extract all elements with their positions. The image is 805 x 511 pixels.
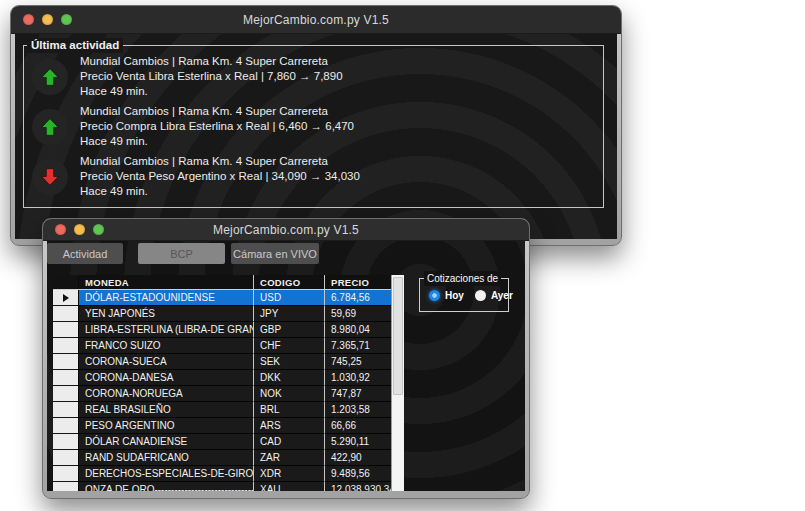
table-cell[interactable]: DKK <box>253 370 324 386</box>
table-cell[interactable]: CHF <box>253 338 324 354</box>
table-row[interactable]: RAND SUDAFRICANOZAR422,90 <box>53 450 391 466</box>
tab-bcp[interactable]: BCP <box>138 243 225 264</box>
table-cell[interactable]: REAL BRASILEÑO <box>78 402 253 418</box>
radio-button[interactable] <box>429 290 440 301</box>
trend-circle <box>32 109 68 145</box>
table-cell[interactable]: LIBRA-ESTERLINA (LIBRA-DE GRAN-BRETAÑA).… <box>78 322 253 338</box>
table-cell[interactable]: 422,90 <box>324 450 391 466</box>
row-selector[interactable] <box>53 306 78 322</box>
groupbox-label: Cotizaciones de <box>424 271 501 286</box>
column-header-moneda[interactable]: MONEDA <box>78 275 253 289</box>
table-cell[interactable]: DÓLAR CANADIENSE <box>78 434 253 450</box>
currency-table-body: DÓLAR-ESTADOUNIDENSEUSD6.784,56YEN JAPON… <box>53 290 391 491</box>
table-row[interactable]: CORONA-NORUEGANOK747,87 <box>53 386 391 402</box>
table-cell[interactable]: FRANCO SUIZO <box>78 338 253 354</box>
table-vertical-scrollbar[interactable] <box>391 275 404 491</box>
arrow-up-icon <box>39 66 61 88</box>
activity-window-content: Última actividad Mundial Cambios | Rama … <box>15 34 617 239</box>
table-cell[interactable]: 6.784,56 <box>324 290 391 306</box>
column-header-codigo[interactable]: CODIGO <box>253 275 324 289</box>
tab-actividad[interactable]: Actividad <box>47 243 123 264</box>
table-cell[interactable]: CAD <box>253 434 324 450</box>
title-bar[interactable]: MejorCambio.com.py V1.5 <box>11 6 621 34</box>
activity-item: Mundial Cambios | Rama Km. 4 Super Carre… <box>32 104 603 149</box>
row-selector[interactable] <box>53 434 78 450</box>
rates-window: MejorCambio.com.py V1.5 Actividad BCP Cá… <box>42 218 530 499</box>
table-cell[interactable]: DÓLAR-ESTADOUNIDENSE <box>78 290 253 306</box>
table-row[interactable]: ONZA DE ORO-----------------------------… <box>53 482 391 491</box>
quotes-radio-group: Hoy Ayer <box>429 290 513 301</box>
activity-source: Mundial Cambios | Rama Km. 4 Super Carre… <box>80 154 360 169</box>
rates-window-content: Actividad BCP Cámara en VIVO MONEDA CODI… <box>47 241 525 491</box>
table-cell[interactable]: 1.203,58 <box>324 402 391 418</box>
table-cell[interactable]: ARS <box>253 418 324 434</box>
table-cell[interactable]: 59,69 <box>324 306 391 322</box>
table-header-row: MONEDA CODIGO PRECIO <box>53 275 391 290</box>
row-selector[interactable] <box>53 466 78 482</box>
table-row[interactable]: DERECHOS-ESPECIALES-DE-GIRO (FMI)XDR9.48… <box>53 466 391 482</box>
table-cell[interactable]: 747,87 <box>324 386 391 402</box>
table-row[interactable]: YEN JAPONÉSJPY59,69 <box>53 306 391 322</box>
table-cell[interactable]: 1.030,92 <box>324 370 391 386</box>
table-cell[interactable]: 12.038.930,34 <box>324 482 391 491</box>
row-selector[interactable] <box>53 402 78 418</box>
title-bar[interactable]: MejorCambio.com.py V1.5 <box>43 219 529 241</box>
table-row[interactable]: DÓLAR-ESTADOUNIDENSEUSD6.784,56 <box>53 290 391 306</box>
table-cell[interactable]: SEK <box>253 354 324 370</box>
row-selector[interactable] <box>53 450 78 466</box>
tab-camara-en-vivo[interactable]: Cámara en VIVO <box>231 243 319 264</box>
row-selector[interactable] <box>53 354 78 370</box>
table-cell[interactable]: ZAR <box>253 450 324 466</box>
table-cell[interactable]: CORONA-NORUEGA <box>78 386 253 402</box>
row-selector[interactable] <box>53 386 78 402</box>
table-cell[interactable]: DERECHOS-ESPECIALES-DE-GIRO (FMI) <box>78 466 253 482</box>
trend-circle <box>32 159 68 195</box>
activity-window: MejorCambio.com.py V1.5 Última actividad… <box>10 5 622 246</box>
radio-button[interactable] <box>475 290 486 301</box>
row-selector[interactable] <box>53 290 78 306</box>
table-cell[interactable]: RAND SUDAFRICANO <box>78 450 253 466</box>
row-selector[interactable] <box>53 418 78 434</box>
table-cell[interactable]: BRL <box>253 402 324 418</box>
table-row[interactable]: FRANCO SUIZOCHF7.365,71 <box>53 338 391 354</box>
activity-item: Mundial Cambios | Rama Km. 4 Super Carre… <box>32 154 603 199</box>
row-selector[interactable] <box>53 338 78 354</box>
table-cell[interactable]: 745,25 <box>324 354 391 370</box>
quotes-groupbox: Cotizaciones de Hoy Ayer <box>419 278 509 312</box>
current-row-arrow-icon <box>63 294 69 302</box>
table-row[interactable]: LIBRA-ESTERLINA (LIBRA-DE GRAN-BRETAÑA).… <box>53 322 391 338</box>
table-cell[interactable]: JPY <box>253 306 324 322</box>
window-title: MejorCambio.com.py V1.5 <box>43 219 529 240</box>
table-row[interactable]: DÓLAR CANADIENSECAD5.290,11 <box>53 434 391 450</box>
table-cell[interactable]: YEN JAPONÉS <box>78 306 253 322</box>
row-selector[interactable] <box>53 322 78 338</box>
row-selector[interactable] <box>53 370 78 386</box>
arrow-down-icon <box>39 166 61 188</box>
table-cell[interactable]: 7.365,71 <box>324 338 391 354</box>
scrollbar-thumb[interactable] <box>393 277 403 395</box>
window-title: MejorCambio.com.py V1.5 <box>11 6 621 33</box>
table-cell[interactable]: GBP <box>253 322 324 338</box>
table-cell[interactable]: NOK <box>253 386 324 402</box>
table-cell[interactable]: 66,66 <box>324 418 391 434</box>
table-cell[interactable]: CORONA-DANESA <box>78 370 253 386</box>
table-row[interactable]: CORONA-SUECASEK745,25 <box>53 354 391 370</box>
table-cell[interactable]: XDR <box>253 466 324 482</box>
table-cell[interactable]: 8.980,04 <box>324 322 391 338</box>
table-row[interactable]: CORONA-DANESADKK1.030,92 <box>53 370 391 386</box>
table-cell[interactable]: ONZA DE ORO-----------------------------… <box>78 482 253 491</box>
radio-option-hoy[interactable]: Hoy <box>429 290 464 301</box>
table-row[interactable]: PESO ARGENTINOARS66,66 <box>53 418 391 434</box>
row-selector[interactable] <box>53 482 78 491</box>
table-cell[interactable]: 5.290,11 <box>324 434 391 450</box>
activity-source: Mundial Cambios | Rama Km. 4 Super Carre… <box>80 104 354 119</box>
table-cell[interactable]: USD <box>253 290 324 306</box>
table-row[interactable]: REAL BRASILEÑOBRL1.203,58 <box>53 402 391 418</box>
table-cell[interactable]: CORONA-SUECA <box>78 354 253 370</box>
column-header-precio[interactable]: PRECIO <box>324 275 391 289</box>
table-cell[interactable]: PESO ARGENTINO <box>78 418 253 434</box>
table-cell[interactable]: 9.489,56 <box>324 466 391 482</box>
arrow-up-icon <box>39 116 61 138</box>
table-cell[interactable]: XAU <box>253 482 324 491</box>
radio-option-ayer[interactable]: Ayer <box>475 290 513 301</box>
